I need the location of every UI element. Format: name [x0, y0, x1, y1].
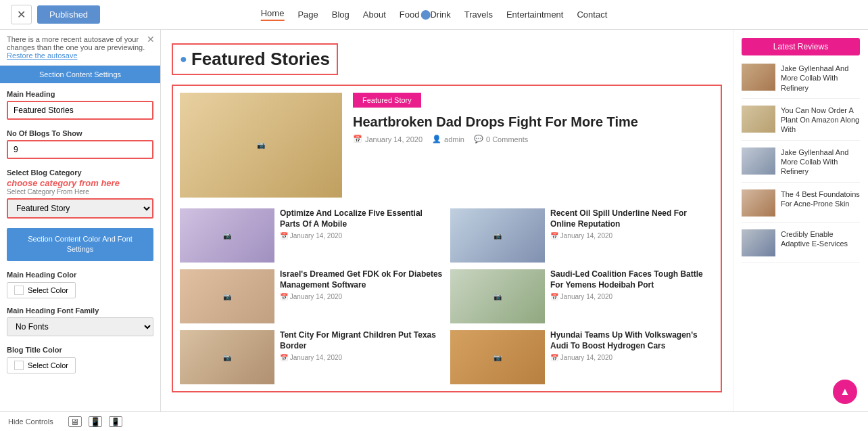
- story-title-1: Optimize And Localize Five Essential Par…: [280, 208, 443, 229]
- tablet-icon[interactable]: 📱: [89, 416, 102, 427]
- nav-food[interactable]: FoodDrink: [400, 9, 451, 20]
- nav-page[interactable]: Page: [297, 9, 318, 20]
- choose-category-note: choose category from here: [7, 178, 153, 188]
- main-heading-color-label: Main Heading Color: [7, 271, 153, 279]
- blog-title-color-button[interactable]: Select Color: [7, 357, 76, 373]
- review-title-5: Credibly Enable Adaptive E-Services: [781, 229, 860, 256]
- reviews-list: Jake Gyllenhaal And More Collab With Ref…: [742, 64, 860, 263]
- main-story-author: 👤 admin: [432, 135, 464, 143]
- desktop-icon[interactable]: 🖥: [68, 416, 82, 427]
- scroll-up-button[interactable]: ▲: [833, 380, 857, 404]
- main-story-date: 📅 January 14, 2020: [353, 135, 423, 143]
- story-title-5: Tent City For Migrant Children Put Texas…: [280, 330, 443, 351]
- story-img-1: 📷: [180, 208, 274, 263]
- top-nav: Home Page Blog About FoodDrink Travels E…: [261, 8, 608, 21]
- top-bar-left: ✕ Published: [11, 5, 100, 24]
- review-title-4: The 4 Best Foundatoins For Acne-Prone Sk…: [781, 189, 860, 217]
- story-date-1: 📅 January 14, 2020: [280, 232, 443, 240]
- main-story-img-placeholder: 📷: [180, 93, 342, 198]
- story-title-3: Israel's Dreamed Get FDK ok For Diabetes…: [280, 269, 443, 290]
- main-heading-group: Main Heading: [7, 90, 153, 120]
- review-item-1: Jake Gyllenhaal And More Collab With Ref…: [742, 64, 860, 99]
- blog-title-color-swatch: [14, 361, 24, 370]
- review-thumb-2: [742, 106, 775, 133]
- story-item-2: 📷 Recent Oil Spill Underline Need For On…: [450, 208, 714, 263]
- review-title-2: You Can Now Order A Plant On Amazon Alon…: [781, 106, 860, 135]
- blog-category-select[interactable]: Featured Story: [7, 198, 153, 219]
- no-of-blogs-label: No Of Blogs To Show: [7, 129, 153, 137]
- mobile-icon[interactable]: 📱: [109, 416, 122, 427]
- nav-about[interactable]: About: [363, 9, 386, 20]
- latest-reviews-button[interactable]: Latest Reviews: [742, 38, 860, 55]
- featured-badge: Featured Story: [353, 93, 421, 108]
- story-img-4: 📷: [450, 269, 545, 323]
- main-story-content: Featured Story Heartbroken Dad Drops Fig…: [353, 93, 714, 198]
- story-img-6: 📷: [450, 330, 545, 384]
- main-story-comments: 💬 0 Comments: [474, 135, 528, 143]
- featured-heading-box: ● Featured Stories: [172, 43, 338, 75]
- review-item-4: The 4 Best Foundatoins For Acne-Prone Sk…: [742, 189, 860, 223]
- story-img-5: 📷: [180, 330, 274, 384]
- story-item-1: 📷 Optimize And Localize Five Essential P…: [180, 208, 443, 263]
- story-thumb-5: 📷: [180, 330, 274, 384]
- no-of-blogs-group: No Of Blogs To Show: [7, 129, 153, 159]
- main-story-image: 📷: [180, 93, 342, 198]
- nav-blog[interactable]: Blog: [332, 9, 349, 20]
- autosave-close-icon[interactable]: ✕: [147, 34, 155, 45]
- section-content-button[interactable]: Section Content Settings: [0, 66, 160, 83]
- top-bar: ✕ Published Home Page Blog About FoodDri…: [0, 0, 868, 30]
- font-family-select[interactable]: No Fonts: [7, 317, 153, 336]
- story-thumb-4: 📷: [450, 269, 545, 323]
- story-title-2: Recent Oil Spill Underline Need For Onli…: [550, 208, 714, 229]
- story-info-1: Optimize And Localize Five Essential Par…: [280, 208, 443, 263]
- font-family-label: Main Heading Font Family: [7, 307, 153, 315]
- published-button[interactable]: Published: [37, 5, 100, 24]
- no-of-blogs-input[interactable]: [7, 140, 153, 159]
- nav-travels[interactable]: Travels: [464, 9, 493, 20]
- main-heading-color-section: Main Heading Color Select Color: [7, 271, 153, 298]
- story-info-3: Israel's Dreamed Get FDK ok For Diabetes…: [280, 269, 443, 323]
- hide-controls-label: Hide Controls: [8, 417, 53, 426]
- bottom-bar: Hide Controls 🖥 📱 📱: [0, 411, 868, 431]
- featured-icon: ●: [180, 52, 187, 66]
- nav-contact[interactable]: Contact: [577, 9, 607, 20]
- main-heading-color-swatch: [14, 286, 24, 295]
- select-color-label: Select Color: [28, 286, 68, 294]
- story-info-4: Saudi-Led Coalition Faces Tough Battle F…: [550, 269, 714, 323]
- main-heading-color-button[interactable]: Select Color: [7, 282, 76, 298]
- review-thumb-5: [742, 229, 775, 256]
- review-item-5: Credibly Enable Adaptive E-Services: [742, 229, 860, 263]
- sidebar-inner: Main Heading No Of Blogs To Show Select …: [0, 83, 160, 411]
- hide-controls-button[interactable]: Hide Controls: [8, 417, 53, 426]
- main-story-meta: 📅 January 14, 2020 👤 admin 💬 0 Comments: [353, 135, 714, 143]
- nav-entertainment[interactable]: Entertaintment: [506, 9, 564, 20]
- preview-main: ● Featured Stories 📷 Featured Story Hear…: [161, 30, 733, 411]
- story-grid: 📷 Optimize And Localize Five Essential P…: [180, 208, 714, 384]
- review-title-3: Jake Gyllenhaal And More Collab With Ref…: [781, 148, 860, 177]
- blog-title-color-section: Blog Title Color Select Color: [7, 346, 153, 373]
- featured-container: 📷 Featured Story Heartbroken Dad Drops F…: [172, 85, 722, 392]
- story-info-6: Hyundai Teams Up With Volkswagen's Audi …: [550, 330, 714, 384]
- story-thumb-2: 📷: [450, 208, 545, 263]
- restore-link[interactable]: Restore the autosave: [7, 51, 78, 60]
- main-heading-input[interactable]: [7, 101, 153, 120]
- section-settings-button[interactable]: Section Content Color And Font Settings: [7, 228, 153, 261]
- review-thumb-1: [742, 64, 775, 91]
- story-date-2: 📅 January 14, 2020: [550, 232, 714, 240]
- story-item-3: 📷 Israel's Dreamed Get FDK ok For Diabet…: [180, 269, 443, 323]
- story-date-5: 📅 January 14, 2020: [280, 354, 443, 361]
- story-img-2: 📷: [450, 208, 545, 263]
- close-button[interactable]: ✕: [11, 5, 32, 24]
- story-info-5: Tent City For Migrant Children Put Texas…: [280, 330, 443, 384]
- preview-right-sidebar: Latest Reviews Jake Gyllenhaal And More …: [733, 30, 868, 411]
- story-date-4: 📅 January 14, 2020: [550, 293, 714, 300]
- review-thumb-4: [742, 189, 775, 217]
- story-date-3: 📅 January 14, 2020: [280, 293, 443, 300]
- nav-home[interactable]: Home: [261, 8, 285, 21]
- featured-section-title: Featured Stories: [191, 49, 330, 70]
- device-icons: 🖥 📱 📱: [68, 416, 122, 427]
- blog-title-color-label: Blog Title Color: [7, 346, 153, 354]
- main-area: There is a more recent autosave of your …: [0, 30, 868, 411]
- story-title-6: Hyundai Teams Up With Volkswagen's Audi …: [550, 330, 714, 351]
- main-heading-label: Main Heading: [7, 90, 153, 98]
